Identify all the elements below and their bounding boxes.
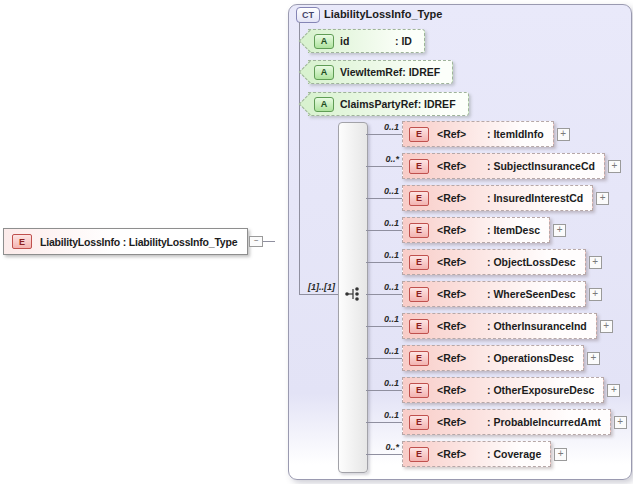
element-ref-label: <Ref> (437, 320, 487, 332)
connector-line (366, 390, 402, 391)
element-ref-box[interactable]: E <Ref> : InsuredInterestCd (402, 185, 593, 211)
cardinality-label: 0..1 (366, 282, 399, 292)
element-ref-box[interactable]: E <Ref> : ItemIdInfo (402, 121, 554, 147)
connector-line (366, 230, 402, 231)
element-ref-box[interactable]: E <Ref> : Coverage (402, 441, 551, 467)
sequence-icon (344, 286, 360, 302)
connector-line (366, 198, 402, 199)
element-name-label: : Coverage (487, 448, 541, 460)
attribute-icon: A (314, 65, 334, 80)
element-icon: E (409, 255, 429, 270)
cardinality-label: 0..1 (366, 250, 399, 260)
collapse-button[interactable]: − (249, 236, 263, 247)
cardinality-label: 0..* (366, 154, 399, 164)
element-name-label: : OperationsDesc (487, 352, 574, 364)
element-ref-label: <Ref> (437, 352, 487, 364)
element-ref-box[interactable]: E <Ref> : OperationsDesc (402, 345, 584, 371)
expand-button[interactable]: + (589, 288, 602, 301)
element-icon: E (409, 287, 429, 302)
attribute-type: : IDREF (402, 66, 440, 78)
connector-line (366, 454, 402, 455)
element-ref-box[interactable]: E <Ref> : OtherExposureDesc (402, 377, 604, 403)
element-icon: E (12, 234, 32, 249)
element-icon: E (409, 127, 429, 142)
cardinality-label: 0..1 (366, 378, 399, 388)
element-icon: E (409, 415, 429, 430)
element-ref-box[interactable]: E <Ref> : ObjectLossDesc (402, 249, 586, 275)
cardinality-label: 0..1 (366, 314, 399, 324)
attribute-type: : ID (395, 35, 412, 47)
schema-diagram: E LiabilityLossInfo : LiabilityLossInfo_… (0, 0, 633, 484)
expand-button[interactable]: + (614, 416, 627, 429)
cardinality-label: 0..1 (366, 186, 399, 196)
expand-button[interactable]: + (553, 224, 566, 237)
element-ref-box[interactable]: E <Ref> : OtherInsuranceInd (402, 313, 597, 339)
connector-line (366, 134, 402, 135)
connector-line (366, 326, 402, 327)
element-name-label: : ObjectLossDesc (487, 256, 576, 268)
expand-button[interactable]: + (587, 352, 600, 365)
element-ref-label: <Ref> (437, 448, 487, 460)
expand-button[interactable]: + (589, 256, 602, 269)
element-ref-label: <Ref> (437, 256, 487, 268)
element-ref-label: <Ref> (437, 416, 487, 428)
connector-line (263, 241, 275, 242)
element-ref-label: <Ref> (437, 288, 487, 300)
connector-line (366, 294, 402, 295)
attribute-icon: A (314, 97, 334, 112)
cardinality-label: 0..1 (366, 346, 399, 356)
expand-button[interactable]: + (607, 384, 620, 397)
attribute-box[interactable]: A id : ID (308, 29, 425, 53)
complex-type-icon: CT (296, 7, 320, 23)
sequence-connector-line (299, 294, 338, 295)
element-icon: E (409, 159, 429, 174)
element-icon: E (409, 223, 429, 238)
connector-line (366, 422, 402, 423)
tree-trunk-line (299, 22, 300, 294)
expand-button[interactable]: + (608, 160, 621, 173)
element-icon: E (409, 191, 429, 206)
element-ref-label: <Ref> (437, 160, 487, 172)
attribute-name: ClaimsPartyRef (340, 98, 418, 110)
element-icon: E (409, 319, 429, 334)
element-name-label: : OtherExposureDesc (487, 384, 594, 396)
element-name-label: : ItemIdInfo (487, 128, 544, 140)
expand-button[interactable]: + (554, 448, 567, 461)
root-element-box[interactable]: E LiabilityLossInfo : LiabilityLossInfo_… (3, 228, 248, 255)
element-icon: E (409, 447, 429, 462)
root-element-label: LiabilityLossInfo : LiabilityLossInfo_Ty… (40, 236, 237, 248)
connector-line (366, 166, 402, 167)
attribute-box[interactable]: A ClaimsPartyRef : IDREF (308, 92, 469, 116)
element-icon: E (409, 383, 429, 398)
connector-line (366, 358, 402, 359)
complex-type-title: LiabilityLossInfo_Type (324, 8, 442, 20)
expand-button[interactable]: + (600, 320, 613, 333)
occurrence-label: [1]..[1] (297, 282, 335, 292)
element-ref-label: <Ref> (437, 128, 487, 140)
element-ref-label: <Ref> (437, 192, 487, 204)
element-ref-box[interactable]: E <Ref> : SubjectInsuranceCd (402, 153, 605, 179)
element-ref-box[interactable]: E <Ref> : ItemDesc (402, 217, 550, 243)
expand-button[interactable]: + (557, 128, 570, 141)
element-name-label: : ItemDesc (487, 224, 540, 236)
element-icon: E (409, 351, 429, 366)
attribute-icon: A (314, 34, 334, 49)
element-ref-label: <Ref> (437, 384, 487, 396)
element-name-label: : WhereSeenDesc (487, 288, 576, 300)
element-ref-label: <Ref> (437, 224, 487, 236)
element-name-label: : OtherInsuranceInd (487, 320, 587, 332)
attribute-type: : IDREF (418, 98, 456, 110)
attribute-name: id (340, 35, 395, 47)
cardinality-label: 0..1 (366, 410, 399, 420)
cardinality-label: 0..1 (366, 218, 399, 228)
attribute-box[interactable]: A ViewItemRef : IDREF (308, 60, 453, 84)
element-ref-box[interactable]: E <Ref> : ProbableIncurredAmt (402, 409, 611, 435)
attribute-name: ViewItemRef (340, 66, 402, 78)
cardinality-label: 0..* (366, 442, 399, 452)
element-ref-box[interactable]: E <Ref> : WhereSeenDesc (402, 281, 586, 307)
element-name-label: : InsuredInterestCd (487, 192, 583, 204)
element-name-label: : SubjectInsuranceCd (487, 160, 595, 172)
expand-button[interactable]: + (596, 192, 609, 205)
cardinality-label: 0..1 (366, 122, 399, 132)
root-element-row: E LiabilityLossInfo : LiabilityLossInfo_… (3, 228, 275, 255)
